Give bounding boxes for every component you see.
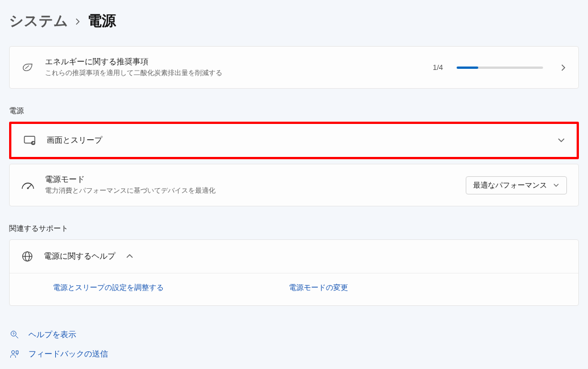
feedback-icon [9, 349, 20, 359]
show-help-label: ヘルプを表示 [28, 330, 76, 340]
send-feedback-link[interactable]: フィードバックの送信 [9, 345, 579, 364]
power-mode-dropdown[interactable]: 最適なパフォーマンス [466, 176, 567, 194]
chevron-down-icon [557, 138, 565, 143]
svg-line-4 [28, 185, 31, 188]
gauge-icon [21, 180, 35, 191]
energy-subtitle: これらの推奨事項を適用して二酸化炭素排出量を削減する [45, 68, 423, 78]
screen-sleep-title: 画面とスリープ [47, 135, 547, 146]
energy-recommendations-card[interactable]: エネルギーに関する推奨事項 これらの推奨事項を適用して二酸化炭素排出量を削減する… [9, 46, 579, 89]
monitor-icon [23, 134, 36, 147]
svg-point-11 [11, 351, 14, 354]
svg-text:?: ? [13, 332, 15, 335]
section-label-power: 電源 [9, 106, 579, 116]
breadcrumb: システム 電源 [9, 11, 579, 30]
chevron-right-icon [560, 64, 567, 72]
power-help-title: 電源に関するヘルプ [44, 251, 115, 262]
help-icon: ? [9, 330, 20, 340]
breadcrumb-parent[interactable]: システム [9, 11, 68, 30]
svg-line-9 [16, 336, 19, 339]
leaf-icon [21, 61, 35, 74]
annotation-highlight: 画面とスリープ [9, 122, 579, 159]
power-mode-subtitle: 電力消費とパフォーマンスに基づいてデバイスを最適化 [45, 186, 456, 196]
globe-icon [21, 250, 34, 263]
link-change-power-mode[interactable]: 電源モードの変更 [289, 283, 348, 293]
section-label-support: 関連するサポート [9, 223, 579, 234]
power-mode-title: 電源モード [45, 175, 456, 185]
power-help-card: 電源に関するヘルプ 電源とスリープの設定を調整する 電源モードの変更 [9, 239, 579, 306]
chevron-up-icon [126, 254, 134, 259]
energy-counter: 1/4 [433, 63, 443, 72]
energy-progress [457, 67, 543, 69]
breadcrumb-current: 電源 [88, 11, 116, 30]
chevron-down-icon [553, 183, 560, 188]
energy-title: エネルギーに関する推奨事項 [45, 57, 423, 67]
screen-and-sleep-row[interactable]: 画面とスリープ [11, 124, 577, 157]
power-mode-selected: 最適なパフォーマンス [473, 180, 547, 190]
chevron-right-icon [75, 18, 81, 26]
link-adjust-sleep-settings[interactable]: 電源とスリープの設定を調整する [53, 283, 164, 293]
energy-progress-fill [457, 67, 478, 69]
show-help-link[interactable]: ? ヘルプを表示 [9, 325, 579, 345]
power-help-header[interactable]: 電源に関するヘルプ [10, 240, 578, 273]
send-feedback-label: フィードバックの送信 [28, 349, 108, 359]
power-mode-row: 電源モード 電力消費とパフォーマンスに基づいてデバイスを最適化 最適なパフォーマ… [9, 164, 579, 206]
